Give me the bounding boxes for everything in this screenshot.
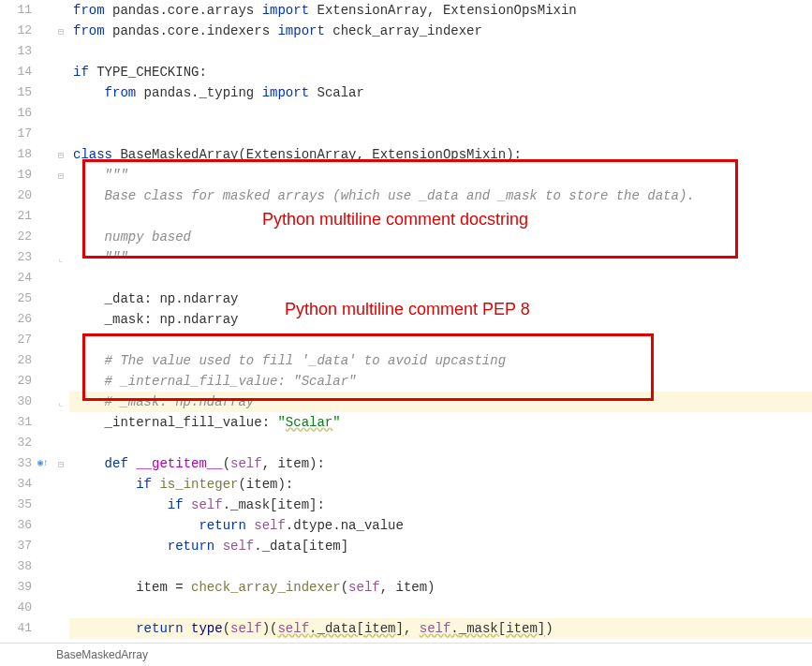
- code-line: [69, 206, 812, 227]
- code-line: item = check_array_indexer(self, item): [69, 577, 812, 598]
- line-number: 15: [0, 82, 32, 103]
- code-line: [69, 103, 812, 124]
- code-line: # The value used to fill '_data' to avoi…: [69, 350, 812, 371]
- line-number: 17: [0, 124, 32, 144]
- line-number: 25: [0, 289, 32, 309]
- line-number: 36: [0, 515, 32, 536]
- code-line: """: [69, 247, 812, 268]
- line-number: 34: [0, 474, 32, 495]
- code-line: return self._data[item]: [69, 536, 812, 556]
- line-number: 27: [0, 330, 32, 350]
- breadcrumb-bar[interactable]: BaseMaskedArray: [0, 643, 812, 665]
- line-number-gutter: 11 12 13 14 15 16 17 18 19 20 21 22 23 2…: [0, 0, 37, 643]
- line-number: 19: [0, 165, 32, 185]
- code-line: # _internal_fill_value: "Scalar": [69, 371, 812, 392]
- code-line: [69, 124, 812, 144]
- line-number: 35: [0, 495, 32, 515]
- code-line: class BaseMaskedArray(ExtensionArray, Ex…: [69, 144, 812, 165]
- code-line: [69, 330, 812, 350]
- line-number: 42: [0, 639, 32, 643]
- line-number: 22: [0, 227, 32, 247]
- line-number: 32: [0, 433, 32, 453]
- line-number: 12: [0, 21, 32, 41]
- fold-end-icon[interactable]: ⌞: [56, 249, 66, 270]
- line-number: 21: [0, 206, 32, 227]
- code-line: [69, 41, 812, 62]
- fold-marker-icon[interactable]: ⊟: [56, 146, 66, 167]
- code-area[interactable]: from pandas.core.arrays import Extension…: [69, 0, 812, 643]
- line-number: 33: [0, 453, 32, 474]
- line-number: 20: [0, 185, 32, 206]
- gutter-icons: ◉↑: [37, 0, 56, 643]
- line-number: 16: [0, 103, 32, 124]
- code-line: if is_integer(item):: [69, 474, 812, 495]
- line-number: 37: [0, 536, 32, 556]
- code-line: [69, 268, 812, 289]
- line-number: 41: [0, 618, 32, 639]
- code-line: _mask: np.ndarray: [69, 309, 812, 330]
- code-line: _internal_fill_value: "Scalar": [69, 412, 812, 433]
- code-line: _data: np.ndarray: [69, 289, 812, 309]
- code-line: from pandas.core.indexers import check_a…: [69, 21, 812, 41]
- fold-marker-icon[interactable]: ⊟: [56, 167, 66, 187]
- line-number: 24: [0, 268, 32, 289]
- code-line: return type(self)(self._data[item], self…: [69, 618, 812, 639]
- line-number: 39: [0, 577, 32, 598]
- override-marker-icon[interactable]: ◉↑: [37, 453, 56, 474]
- line-number: 38: [0, 556, 32, 577]
- fold-end-icon[interactable]: ⌞: [56, 393, 66, 414]
- line-number: 40: [0, 598, 32, 618]
- code-line: from pandas._typing import Scalar: [69, 82, 812, 103]
- line-number: 29: [0, 371, 32, 392]
- code-line: Base class for masked arrays (which use …: [69, 185, 812, 206]
- code-line: [69, 598, 812, 618]
- code-line: from pandas.core.arrays import Extension…: [69, 0, 812, 21]
- line-number: 18: [0, 144, 32, 165]
- fold-marker-icon[interactable]: ⊟: [56, 22, 66, 43]
- line-number: 23: [0, 247, 32, 268]
- line-number: 11: [0, 0, 32, 21]
- line-number: 30: [0, 392, 32, 412]
- code-line: return self.dtype.na_value: [69, 515, 812, 536]
- code-editor[interactable]: 11 12 13 14 15 16 17 18 19 20 21 22 23 2…: [0, 0, 812, 643]
- breadcrumb-item[interactable]: BaseMaskedArray: [56, 648, 148, 661]
- code-line: def __getitem__(self, item):: [69, 453, 812, 474]
- line-number: 26: [0, 309, 32, 330]
- code-line: [69, 639, 812, 643]
- code-line: """: [69, 165, 812, 185]
- fold-gutter[interactable]: ⊟ ⊟ ⊟ ⌞ ⌞ ⊟: [56, 0, 69, 643]
- line-number: 13: [0, 41, 32, 62]
- code-line-current: # _mask: np.ndarray: [69, 392, 812, 412]
- code-line: numpy based: [69, 227, 812, 247]
- code-line: [69, 433, 812, 453]
- code-line: if self._mask[item]:: [69, 495, 812, 515]
- line-number: 14: [0, 62, 32, 82]
- code-line: [69, 556, 812, 577]
- code-line: if TYPE_CHECKING:: [69, 62, 812, 82]
- line-number: 28: [0, 350, 32, 371]
- line-number: 31: [0, 412, 32, 433]
- fold-marker-icon[interactable]: ⊟: [56, 455, 66, 476]
